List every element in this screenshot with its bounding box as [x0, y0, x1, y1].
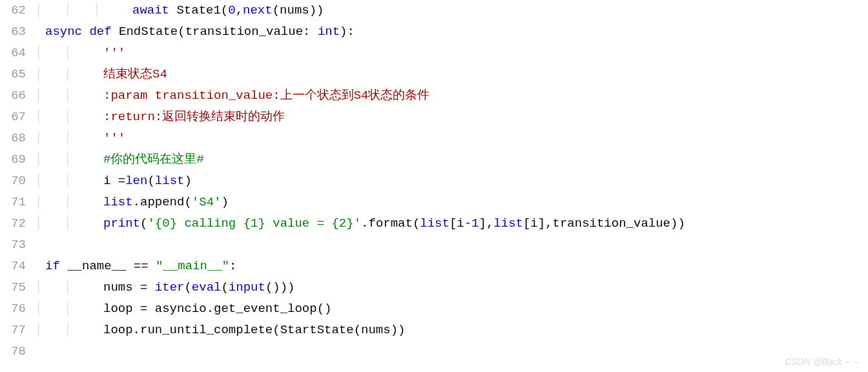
- token-comment: #你的代码在这里#: [103, 152, 204, 167]
- token-num: -1: [464, 216, 479, 231]
- token-fn: .append(: [133, 195, 192, 209]
- token-builtin: eval: [192, 280, 222, 294]
- code-line[interactable]: 63async def EndState(transition_value: i…: [0, 21, 868, 43]
- line-number: 74: [0, 256, 35, 277]
- line-number: 72: [0, 213, 35, 234]
- code-editor[interactable]: 62│││await State1(0,next(nums))63async d…: [0, 0, 868, 372]
- token-fn: .format(: [361, 216, 420, 231]
- code-content[interactable]: 结束状态S4: [103, 64, 167, 85]
- code-content[interactable]: ''': [103, 43, 125, 64]
- token-builtin: input: [229, 280, 265, 294]
- token-fn: (: [184, 280, 191, 294]
- code-line[interactable]: 75││nums = iter(eval(input())): [0, 277, 868, 298]
- code-line[interactable]: 76││loop = asyncio.get_event_loop(): [0, 298, 868, 320]
- code-line[interactable]: 71││list.append('S4'): [0, 192, 868, 213]
- token-fn: [i: [450, 216, 464, 231]
- code-line[interactable]: 62│││await State1(0,next(nums)): [0, 0, 868, 21]
- code-content[interactable]: async def EndState(transition_value: int…: [45, 21, 355, 43]
- token-docstr: :param transition_value:上一个状态到S4状态的条件: [103, 88, 429, 103]
- token-fn: ): [184, 174, 191, 188]
- code-content[interactable]: #你的代码在这里#: [103, 149, 204, 170]
- token-fn: ):: [340, 25, 355, 39]
- code-line[interactable]: 69││#你的代码在这里#: [0, 149, 868, 170]
- code-content[interactable]: list.append('S4'): [103, 192, 229, 213]
- code-line[interactable]: 64││''': [0, 43, 868, 64]
- code-content[interactable]: i =len(list): [103, 170, 192, 192]
- token-builtin: iter: [155, 280, 185, 294]
- token-str: '{0} calling {1} value = {2}': [147, 216, 361, 231]
- line-number: 68: [0, 128, 35, 149]
- indent-guides: ││: [35, 85, 103, 107]
- code-content[interactable]: :param transition_value:上一个状态到S4状态的条件: [103, 85, 429, 107]
- line-number: 65: [0, 64, 35, 85]
- code-content[interactable]: loop = asyncio.get_event_loop(): [103, 298, 331, 320]
- token-fn: :: [229, 259, 236, 273]
- token-builtin: print: [103, 216, 140, 231]
- token-docstr: ''': [103, 46, 125, 60]
- code-content[interactable]: if __name__ == "__main__":: [45, 256, 236, 277]
- token-builtin: list: [103, 195, 133, 209]
- line-number: 64: [0, 43, 35, 64]
- code-line[interactable]: 74if __name__ == "__main__":: [0, 256, 868, 277]
- token-docstr: ''': [103, 131, 125, 145]
- token-kw: def: [89, 25, 119, 39]
- code-line[interactable]: 68││''': [0, 128, 868, 149]
- token-kw: if: [45, 259, 67, 273]
- line-number: 78: [0, 341, 35, 362]
- code-content[interactable]: await State1(0,next(nums)): [132, 0, 324, 21]
- indent-guides: ││: [35, 170, 103, 192]
- code-line[interactable]: 70││i =len(list): [0, 170, 868, 192]
- code-line[interactable]: 78: [0, 341, 868, 362]
- line-number: 63: [0, 21, 35, 43]
- token-fn: (: [221, 280, 228, 294]
- line-number: 73: [0, 234, 35, 256]
- token-docstr: :return:返回转换结束时的动作: [103, 110, 285, 124]
- indent-guides: ││: [35, 107, 103, 128]
- indent-guides: ││: [35, 64, 103, 85]
- code-content[interactable]: :return:返回转换结束时的动作: [103, 107, 285, 128]
- line-number: 70: [0, 170, 35, 192]
- token-fn: (: [140, 216, 147, 231]
- token-builtin: list: [493, 216, 523, 231]
- token-fn: loop.run_until_complete(StartState(nums)…: [103, 323, 405, 337]
- token-punct: ,: [236, 3, 243, 17]
- code-content[interactable]: print('{0} calling {1} value = {2}'.form…: [103, 213, 685, 234]
- token-fn: nums =: [103, 280, 155, 294]
- token-type: int: [318, 25, 340, 39]
- token-str: "__main__": [156, 259, 229, 273]
- token-fn: loop = asyncio.get_event_loop(): [103, 302, 331, 316]
- indent-guides: ││: [35, 277, 103, 298]
- token-builtin: list: [155, 174, 185, 188]
- code-line[interactable]: 66││:param transition_value:上一个状态到S4状态的条…: [0, 85, 868, 107]
- line-number: 75: [0, 277, 35, 298]
- token-kw: await: [132, 3, 176, 17]
- code-content[interactable]: nums = iter(eval(input())): [103, 277, 294, 298]
- line-number: 66: [0, 85, 35, 107]
- line-number: 67: [0, 107, 35, 128]
- indent-guides: ││: [35, 128, 103, 149]
- indent-guides: ││: [35, 320, 103, 341]
- code-content[interactable]: loop.run_until_complete(StartState(nums)…: [103, 320, 405, 341]
- token-fn: State1(: [176, 3, 228, 17]
- token-fn: ())): [265, 280, 295, 294]
- indent-guides: ││: [35, 213, 103, 234]
- code-line[interactable]: 77││loop.run_until_complete(StartState(n…: [0, 320, 868, 341]
- token-str: 'S4': [192, 195, 222, 209]
- line-number: 62: [0, 0, 35, 21]
- code-line[interactable]: 65││结束状态S4: [0, 64, 868, 85]
- code-content[interactable]: ''': [103, 128, 125, 149]
- line-number: 69: [0, 149, 35, 170]
- code-line[interactable]: 67││:return:返回转换结束时的动作: [0, 107, 868, 128]
- token-docstr: 结束状态S4: [103, 67, 167, 81]
- code-line[interactable]: 73: [0, 234, 868, 256]
- token-fn: (: [147, 174, 154, 188]
- token-fn: EndState(transition_value:: [119, 25, 318, 39]
- token-kw: async: [45, 25, 89, 39]
- indent-guides: │││: [35, 0, 132, 21]
- line-number: 77: [0, 320, 35, 341]
- indent-guides: ││: [35, 192, 103, 213]
- token-builtin: list: [420, 216, 450, 231]
- code-line[interactable]: 72││print('{0} calling {1} value = {2}'.…: [0, 213, 868, 234]
- token-fn: (nums)): [273, 3, 324, 17]
- token-builtin: len: [125, 174, 147, 188]
